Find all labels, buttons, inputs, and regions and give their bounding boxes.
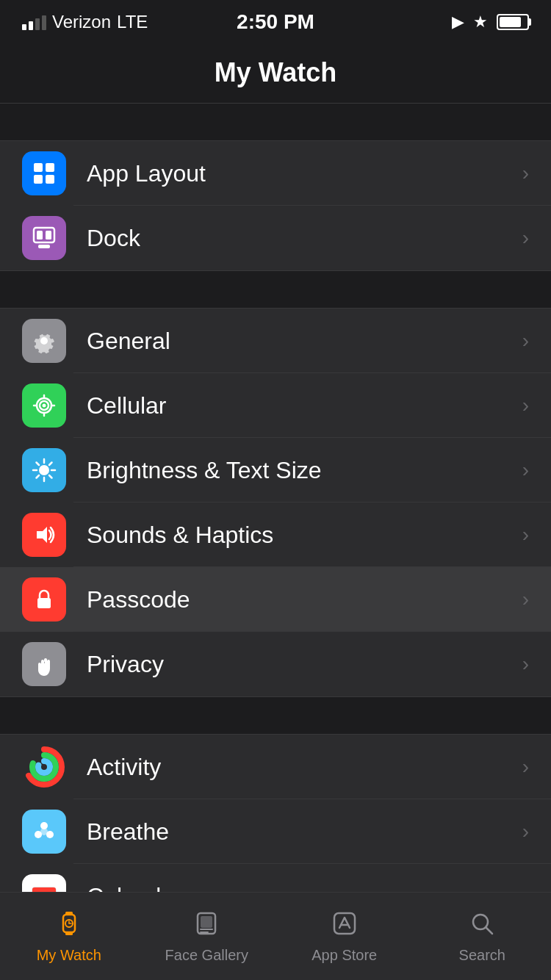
gear-svg — [31, 328, 57, 354]
chevron-icon: › — [522, 458, 529, 482]
svg-rect-1 — [46, 163, 54, 172]
svg-rect-3 — [46, 175, 54, 184]
dock-icon — [22, 216, 66, 260]
activity-ring-svg — [23, 746, 65, 788]
tab-face-gallery-label: Face Gallery — [165, 947, 248, 964]
svg-point-10 — [43, 404, 46, 408]
svg-line-51 — [486, 927, 492, 934]
brightness-icon — [22, 448, 66, 492]
svg-marker-24 — [37, 527, 47, 543]
passcode-icon — [22, 577, 66, 621]
sounds-svg — [31, 522, 57, 548]
list-item-cellular[interactable]: Cellular › — [0, 373, 551, 438]
chevron-icon: › — [522, 755, 529, 779]
svg-line-23 — [37, 475, 40, 478]
spacer-2 — [0, 271, 551, 308]
brightness-label: Brightness & Text Size — [87, 457, 522, 484]
status-time: 2:50 PM — [237, 10, 314, 34]
chevron-icon: › — [522, 820, 529, 843]
chevron-icon: › — [522, 652, 529, 676]
svg-rect-6 — [46, 231, 51, 239]
privacy-icon — [22, 642, 66, 686]
passcode-label: Passcode — [87, 586, 522, 613]
tab-search[interactable]: Search — [414, 904, 552, 964]
breathe-icon — [22, 810, 66, 854]
svg-line-22 — [49, 463, 52, 466]
spacer-top — [0, 104, 551, 140]
list-item-general[interactable]: General › — [0, 309, 551, 373]
tab-face-icon — [187, 904, 226, 943]
list-item-breathe[interactable]: Breathe › — [0, 799, 551, 864]
svg-point-33 — [40, 828, 48, 835]
breathe-svg — [31, 818, 57, 845]
list-item-sounds[interactable]: Sounds & Haptics › — [0, 502, 551, 567]
general-icon — [22, 319, 66, 363]
svg-line-21 — [49, 475, 52, 478]
svg-rect-45 — [201, 916, 212, 928]
svg-point-26 — [43, 602, 46, 605]
tab-search-label: Search — [459, 947, 505, 964]
main-content: My Watch App Layout › — [0, 44, 551, 980]
status-left: Verizon LTE — [22, 12, 148, 32]
chevron-icon: › — [522, 523, 529, 547]
battery-indicator — [497, 14, 529, 30]
privacy-label: Privacy — [87, 651, 522, 678]
grid-svg — [31, 160, 57, 187]
page-title: My Watch — [0, 44, 551, 104]
bluetooth-icon: ★ — [473, 12, 488, 32]
chevron-icon: › — [522, 329, 529, 353]
tab-store-icon — [325, 904, 364, 943]
list-item-brightness[interactable]: Brightness & Text Size › — [0, 438, 551, 502]
passcode-svg — [31, 586, 57, 613]
sounds-label: Sounds & Haptics — [87, 522, 522, 549]
sounds-icon — [22, 513, 66, 557]
svg-point-29 — [38, 761, 50, 773]
svg-rect-48 — [334, 913, 355, 934]
app-layout-label: App Layout — [87, 160, 522, 187]
general-label: General — [87, 328, 522, 355]
network-type-label: LTE — [117, 12, 148, 32]
chevron-icon: › — [522, 162, 529, 185]
location-icon: ▶ — [452, 12, 464, 32]
svg-rect-0 — [34, 163, 43, 172]
svg-rect-7 — [38, 245, 50, 248]
list-item-app-layout[interactable]: App Layout › — [0, 141, 551, 206]
svg-point-15 — [39, 465, 49, 475]
brightness-svg — [31, 457, 57, 483]
svg-rect-39 — [65, 912, 73, 915]
tab-face-gallery[interactable]: Face Gallery — [138, 904, 276, 964]
battery-fill — [500, 17, 521, 27]
tab-watch-icon — [50, 904, 88, 943]
status-bar: Verizon LTE 2:50 PM ▶ ★ — [0, 0, 551, 44]
breathe-label: Breathe — [87, 818, 522, 846]
tab-bar: My Watch Face Gallery App Store — [0, 892, 551, 980]
list-item-activity[interactable]: Activity › — [0, 735, 551, 799]
svg-rect-5 — [37, 231, 43, 239]
dock-svg — [31, 225, 57, 251]
app-layout-icon — [22, 151, 66, 195]
cellular-icon — [22, 383, 66, 428]
tab-app-store[interactable]: App Store — [276, 904, 414, 964]
list-item-privacy[interactable]: Privacy › — [0, 632, 551, 696]
spacer-3 — [0, 697, 551, 734]
tab-app-store-label: App Store — [311, 947, 377, 964]
tab-search-icon — [463, 904, 501, 943]
settings-group-1: App Layout › Dock › — [0, 140, 551, 271]
carrier-label: Verizon — [52, 12, 111, 32]
chevron-icon: › — [522, 394, 529, 417]
tab-my-watch[interactable]: My Watch — [0, 904, 138, 964]
signal-bars — [22, 14, 46, 30]
chevron-icon: › — [522, 226, 529, 250]
activity-label: Activity — [87, 754, 522, 781]
hand-svg — [31, 651, 57, 677]
status-right: ▶ ★ — [452, 12, 529, 32]
dock-label: Dock — [87, 225, 522, 252]
tab-my-watch-label: My Watch — [37, 947, 101, 964]
svg-line-20 — [37, 463, 40, 466]
settings-group-2: General › Cellular › — [0, 308, 551, 697]
svg-rect-40 — [65, 932, 73, 935]
list-item-passcode[interactable]: Passcode › — [0, 567, 551, 632]
list-item-dock[interactable]: Dock › — [0, 206, 551, 270]
svg-rect-2 — [34, 175, 43, 184]
cellular-svg — [31, 392, 57, 419]
